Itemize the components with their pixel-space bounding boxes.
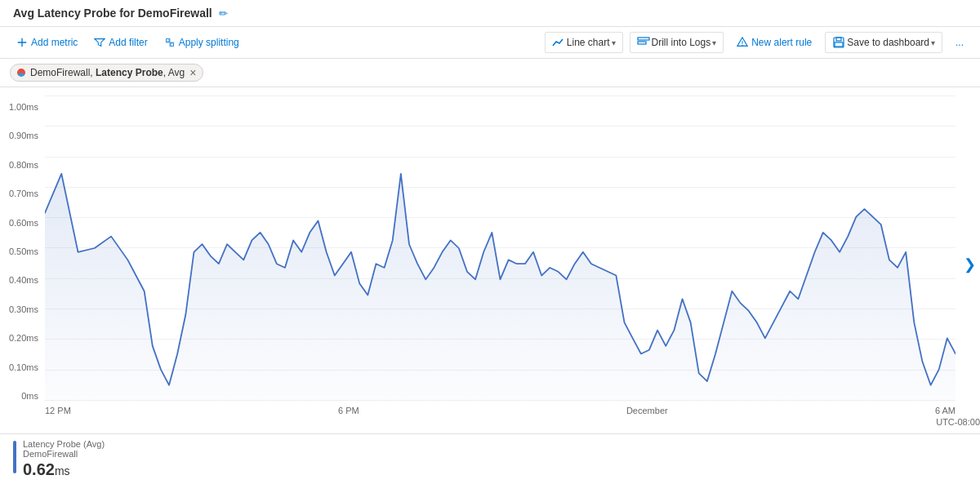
y-label-10: 0ms: [21, 391, 38, 401]
y-label-8: 0.20ms: [9, 333, 38, 343]
toolbar: Add metric Add filter Apply splitting Li…: [0, 27, 980, 59]
title-bar: Avg Latency Probe for DemoFirewall ✏: [0, 0, 980, 27]
save-icon: [832, 36, 845, 49]
apply-splitting-button[interactable]: Apply splitting: [158, 33, 246, 51]
legend-area: Latency Probe (Avg) DemoFirewall 0.62ms: [0, 433, 980, 484]
metric-dot-icon: [17, 69, 25, 77]
legend-title: Latency Probe (Avg): [23, 439, 105, 449]
toolbar-right: Line chart ▾ Drill into Logs ▾ New alert…: [545, 32, 970, 53]
save-dashboard-chevron: ▾: [931, 38, 935, 47]
y-label-9: 0.10ms: [9, 362, 38, 372]
add-metric-button[interactable]: Add metric: [10, 33, 84, 51]
y-label-3: 0.70ms: [9, 189, 38, 198]
y-label-6: 0.40ms: [9, 275, 38, 285]
alert-icon: [737, 37, 748, 48]
legend-color-bar: [13, 441, 16, 473]
x-label-0: 12 PM: [45, 406, 71, 415]
y-axis: 1.00ms 0.90ms 0.80ms 0.70ms 0.60ms 0.50m…: [0, 95, 45, 433]
x-label-3: 6 AM: [935, 406, 956, 415]
line-chart-chevron: ▾: [612, 38, 616, 47]
legend-value: 0.62ms: [23, 460, 105, 479]
y-label-4: 0.60ms: [9, 218, 38, 228]
x-label-2: December: [626, 406, 668, 415]
svg-rect-7: [836, 38, 841, 41]
legend-text: Latency Probe (Avg) DemoFirewall 0.62ms: [23, 439, 105, 479]
svg-rect-0: [166, 39, 169, 42]
more-options-button[interactable]: ...: [949, 33, 970, 51]
page-title: Avg Latency Probe for DemoFirewall: [13, 7, 212, 20]
y-label-5: 0.50ms: [9, 246, 38, 256]
page-container: Avg Latency Probe for DemoFirewall ✏ Add…: [0, 0, 980, 484]
plus-icon: [16, 37, 28, 48]
x-axis: 12 PM 6 PM December 6 AM: [45, 401, 956, 433]
metric-close-button[interactable]: ×: [189, 67, 196, 78]
svg-rect-3: [638, 42, 646, 44]
logs-icon: [637, 36, 650, 49]
chart-svg: [45, 95, 956, 401]
svg-rect-1: [171, 43, 174, 47]
line-chart-icon: [552, 36, 565, 49]
save-to-dashboard-button[interactable]: Save to dashboard ▾: [825, 32, 942, 53]
line-chart-button[interactable]: Line chart ▾: [545, 32, 623, 53]
edit-icon[interactable]: ✏: [219, 7, 228, 20]
split-icon: [164, 37, 176, 48]
chart-area: 1.00ms 0.90ms 0.80ms 0.70ms 0.60ms 0.50m…: [0, 87, 980, 433]
y-label-2: 0.80ms: [9, 160, 38, 170]
y-label-0: 1.00ms: [9, 102, 38, 112]
chart-inner: 1.00ms 0.90ms 0.80ms 0.70ms 0.60ms 0.50m…: [0, 95, 980, 433]
new-alert-rule-button[interactable]: New alert rule: [730, 33, 818, 51]
utc-label: UTC-08:00: [936, 417, 980, 427]
metric-tag: DemoFirewall, Latency Probe, Avg ×: [10, 64, 203, 82]
metric-tag-area: DemoFirewall, Latency Probe, Avg ×: [0, 59, 980, 87]
y-label-1: 0.90ms: [9, 131, 38, 140]
svg-rect-2: [638, 38, 649, 40]
x-label-1: 6 PM: [338, 406, 359, 415]
svg-point-5: [742, 45, 743, 46]
drill-logs-chevron: ▾: [712, 38, 716, 47]
svg-rect-8: [835, 42, 843, 47]
chart-next-arrow[interactable]: ❯: [964, 255, 976, 273]
filter-icon: [94, 37, 105, 48]
toolbar-left: Add metric Add filter Apply splitting: [10, 33, 541, 51]
metric-resource: DemoFirewall, Latency Probe, Avg: [30, 67, 185, 78]
add-filter-button[interactable]: Add filter: [87, 33, 154, 51]
y-label-7: 0.30ms: [9, 304, 38, 314]
drill-into-logs-button[interactable]: Drill into Logs ▾: [630, 32, 724, 53]
legend-subtitle: DemoFirewall: [23, 449, 105, 459]
chart-plot: 12 PM 6 PM December 6 AM UTC-08:00 ❯: [45, 95, 980, 433]
